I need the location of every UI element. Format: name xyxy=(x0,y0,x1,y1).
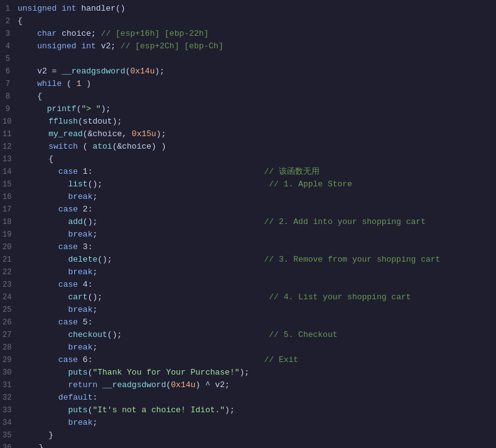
token-id xyxy=(19,267,68,277)
code-line: 10 fflush(stdout); xyxy=(0,115,496,128)
code-line: 8 { xyxy=(0,90,496,103)
code-line: 15 list(); // 1. Apple Store xyxy=(0,178,496,191)
token-id: } xyxy=(19,443,43,448)
token-fn: checkout xyxy=(68,330,107,339)
token-id xyxy=(19,292,68,302)
token-case-kw: case xyxy=(58,205,78,214)
token-id xyxy=(19,368,68,377)
code-line: 27 checkout(); // 5. Checkout xyxy=(0,329,496,341)
code-line: 22 break; xyxy=(0,266,496,279)
token-id xyxy=(19,242,58,252)
token-id xyxy=(18,29,37,38)
line-number: 10 xyxy=(3,115,19,128)
token-id xyxy=(19,405,68,415)
token-id: ); xyxy=(101,104,116,114)
token-id: 1: xyxy=(78,167,264,176)
token-num: 0x14u xyxy=(171,380,195,390)
token-id: ( xyxy=(78,142,92,151)
code-line: 21 delete(); // 3. Remove from your shop… xyxy=(0,253,496,266)
token-st: "> " xyxy=(81,104,100,114)
token-cm: // 2. Add into your shopping cart xyxy=(264,217,425,227)
line-number: 2 xyxy=(3,15,18,28)
token-id xyxy=(19,343,68,352)
token-cm: // 4. List your shopping cart xyxy=(269,292,411,302)
line-number: 7 xyxy=(3,78,18,90)
token-id: ; xyxy=(92,418,97,427)
token-id xyxy=(19,129,48,139)
code-line: 35 } xyxy=(0,429,496,442)
line-content: break; xyxy=(19,417,493,429)
token-cm: // 1. Apple Store xyxy=(269,179,352,189)
code-line: 1unsigned int handler() xyxy=(0,3,496,15)
code-line: 24 cart(); // 4. List your shopping cart xyxy=(0,291,496,304)
line-number: 20 xyxy=(3,241,19,253)
line-content: break; xyxy=(19,341,493,354)
token-id xyxy=(19,217,68,227)
token-id: (); xyxy=(97,255,264,264)
token-id: choice; xyxy=(57,29,100,38)
code-line: 2{ xyxy=(0,15,496,28)
code-line: 29 case 6: // Exit xyxy=(0,354,496,366)
token-case-kw: case xyxy=(58,242,78,252)
token-id: ); xyxy=(225,405,239,415)
line-content: char choice; // [esp+16h] [ebp-22h] xyxy=(18,28,493,40)
token-id: 3: xyxy=(78,242,92,252)
token-id xyxy=(19,179,68,189)
token-id xyxy=(19,305,68,314)
line-content: puts("It's not a choice! Idiot."); xyxy=(19,404,493,417)
line-number: 28 xyxy=(3,341,19,354)
code-line: 11 my_read(&choice, 0x15u); xyxy=(0,128,496,141)
token-id: { xyxy=(19,154,53,164)
token-fn: printf xyxy=(47,104,77,114)
token-id: { xyxy=(18,92,42,101)
token-case-kw: case xyxy=(58,355,78,365)
line-content: case 1: // 该函数无用 xyxy=(19,166,493,178)
line-number: 35 xyxy=(3,429,19,442)
token-case-kw: case xyxy=(58,317,78,327)
token-id: (); xyxy=(83,217,264,227)
line-content: fflush(stdout); xyxy=(19,115,493,128)
line-content: case 4: xyxy=(19,279,493,291)
token-kw: unsigned int xyxy=(37,41,96,51)
line-content: while ( 1 ) xyxy=(18,78,493,90)
code-container: 1unsigned int handler()2{3 char choice; … xyxy=(0,0,496,448)
token-id xyxy=(19,280,58,289)
line-number: 15 xyxy=(3,178,19,191)
token-case-kw: break xyxy=(68,305,92,314)
line-number: 13 xyxy=(3,153,19,166)
code-line: 25 break; xyxy=(0,304,496,316)
line-number: 33 xyxy=(3,404,19,417)
token-id: (); xyxy=(88,179,269,189)
line-content: break; xyxy=(19,266,493,279)
token-id: ( xyxy=(78,117,83,126)
token-case-kw: case xyxy=(58,167,78,176)
token-case-kw: case xyxy=(58,280,78,289)
token-fn: fflush xyxy=(48,117,78,126)
code-line: 33 puts("It's not a choice! Idiot."); xyxy=(0,404,496,417)
line-content: default: xyxy=(19,392,493,404)
token-id xyxy=(19,380,68,390)
line-number: 8 xyxy=(3,90,18,103)
token-case-kw: break xyxy=(68,192,92,201)
line-number: 24 xyxy=(3,291,19,304)
token-case-kw: break xyxy=(68,343,92,352)
token-kw: char xyxy=(37,29,57,38)
code-line: 20 case 3: xyxy=(0,241,496,253)
line-number: 30 xyxy=(3,366,19,379)
line-content: list(); // 1. Apple Store xyxy=(19,178,493,191)
code-line: 6 v2 = __readgsdword(0x14u); xyxy=(0,65,496,78)
line-content: checkout(); // 5. Checkout xyxy=(19,329,493,341)
token-id xyxy=(19,317,58,327)
line-number: 31 xyxy=(3,379,19,392)
line-content: v2 = __readgsdword(0x14u); xyxy=(18,65,493,78)
token-id xyxy=(19,117,48,126)
line-number: 32 xyxy=(3,392,19,404)
line-number: 26 xyxy=(3,316,19,329)
token-id: ; xyxy=(92,305,97,314)
token-st: "It's not a choice! Idiot." xyxy=(92,405,225,415)
token-fn: puts xyxy=(68,368,87,377)
line-content: case 2: xyxy=(19,203,493,216)
token-kw: unsigned int xyxy=(18,4,77,13)
line-number: 14 xyxy=(3,166,19,178)
token-id: ; xyxy=(92,230,97,239)
